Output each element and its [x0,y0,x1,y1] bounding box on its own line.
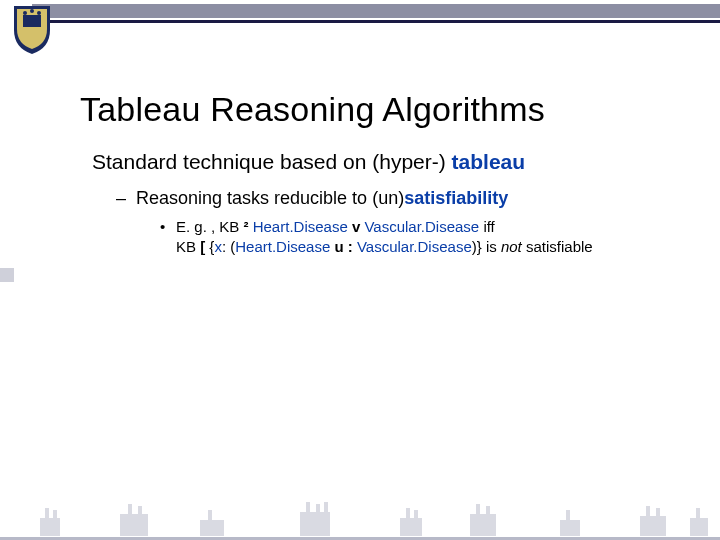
bullet-level-1: – Reasoning tasks reducible to (un)satis… [116,188,680,209]
bullet-text: Reasoning tasks reducible to (un)satisfi… [136,188,508,209]
bullet-level-2: • E. g. , KB ² Heart.Disease v Vascular.… [160,217,680,258]
svg-rect-8 [128,504,132,516]
text-not: not [501,238,522,255]
text: Reasoning tasks reducible to (un) [136,188,404,208]
body-line-1: Standard technique based on (hyper-) tab… [92,150,680,174]
svg-rect-7 [120,514,148,536]
svg-rect-19 [470,514,496,536]
footer [0,498,720,540]
concept-heart-disease-2: Heart.Disease [235,238,334,255]
skyline-icon [0,500,720,536]
svg-rect-25 [646,506,650,518]
svg-rect-14 [316,504,320,514]
symbol-union: [ [200,238,209,255]
svg-rect-6 [53,510,57,520]
svg-rect-18 [414,510,418,520]
slide-title: Tableau Reasoning Algorithms [80,90,545,129]
slide-body: Standard technique based on (hyper-) tab… [92,150,680,258]
text-is: is [482,238,501,255]
text-iff: iff [483,218,494,235]
keyword-satisfiability: satisfiability [404,188,508,208]
side-marker [0,268,14,282]
var-x: x [214,238,222,255]
symbol-neg: : [344,238,357,255]
svg-rect-15 [324,502,328,514]
bullet-dot-icon: • [160,217,176,258]
text-kb: KB [176,238,200,255]
bullet-text: E. g. , KB ² Heart.Disease v Vascular.Di… [176,217,593,258]
svg-rect-26 [656,508,660,518]
svg-point-3 [30,9,34,13]
text: Standard technique based on (hyper-) [92,150,452,173]
symbol-colon: : [222,238,230,255]
symbol-and: u [334,238,343,255]
header-bar [32,4,720,18]
svg-rect-10 [200,520,224,536]
symbol-subclass: v [352,218,360,235]
text: E. g. , KB [176,218,244,235]
svg-rect-28 [696,508,700,520]
svg-point-1 [23,11,27,15]
svg-rect-13 [306,502,310,514]
concept-vascular-disease: Vascular.Disease [360,218,483,235]
slide: Tableau Reasoning Algorithms Standard te… [0,0,720,540]
concept-heart-disease: Heart.Disease [249,218,352,235]
svg-rect-24 [640,516,666,536]
svg-rect-11 [208,510,212,522]
concept-vascular-disease-2: Vascular.Disease [357,238,472,255]
svg-rect-9 [138,506,142,516]
svg-rect-27 [690,518,708,536]
svg-point-2 [37,11,41,15]
svg-rect-21 [486,506,490,516]
svg-rect-22 [560,520,580,536]
svg-rect-5 [45,508,49,520]
svg-rect-12 [300,512,330,536]
bullet-dash-icon: – [116,188,136,209]
svg-rect-20 [476,504,480,516]
svg-rect-17 [406,508,410,520]
text-satisfiable: satisfiable [522,238,593,255]
university-crest-logo [10,2,54,56]
svg-rect-4 [40,518,60,536]
svg-rect-16 [400,518,422,536]
header-underline [32,20,720,23]
keyword-tableau: tableau [452,150,526,173]
svg-rect-23 [566,510,570,522]
svg-rect-0 [23,15,41,27]
